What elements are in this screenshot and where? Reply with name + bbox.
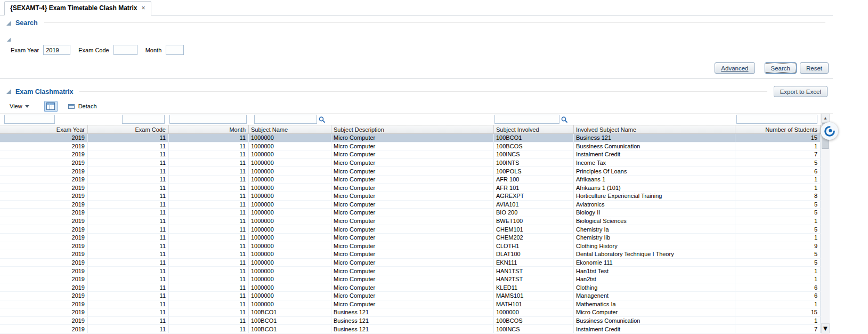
exam-clashmatrix-panel: Exam Clashmatrix Export to Excel View	[0, 81, 833, 333]
table-row[interactable]: 2019 11 11 1000000 Micro Computer CHEM10…	[0, 225, 821, 234]
table-row[interactable]: 2019 11 11 100BCO1 Business 121 100INCS …	[0, 325, 821, 333]
cell-subject-name: 1000000	[249, 142, 331, 150]
clash-matrix-table: Exam Year Exam Code Month Subject Name S…	[0, 114, 830, 333]
cell-number-of-students: 6	[735, 292, 821, 300]
reset-button[interactable]: Reset	[800, 62, 829, 74]
cell-subject-name: 1000000	[249, 234, 331, 242]
detach-button[interactable]: Detach	[65, 102, 99, 111]
table-row[interactable]: 2019 11 11 1000000 Micro Computer EKN111…	[0, 259, 821, 267]
cell-month: 11	[169, 176, 249, 184]
cell-subject-description: Micro Computer	[331, 209, 494, 217]
export-to-excel-button[interactable]: Export to Excel	[774, 86, 828, 97]
cell-exam-code: 11	[88, 283, 169, 291]
table-row[interactable]: 2019 11 11 1000000 Micro Computer MAMS10…	[0, 292, 821, 300]
filter-exam-code-input[interactable]	[122, 115, 165, 124]
table-row[interactable]: 2019 11 11 1000000 Micro Computer HAN2TS…	[0, 275, 821, 284]
cell-subject-name: 1000000	[249, 217, 331, 225]
filter-month-input[interactable]	[169, 115, 247, 124]
search-icon[interactable]	[561, 116, 568, 123]
table-row[interactable]: 2019 11 11 1000000 Micro Computer 100POL…	[0, 167, 821, 176]
cell-involved-subject-name: Income Tax	[574, 159, 735, 167]
cell-number-of-students: 1	[735, 184, 821, 192]
filter-number-of-students-input[interactable]	[736, 115, 817, 124]
view-menu-button[interactable]: View	[5, 101, 34, 111]
cell-involved-subject-name: Biological Sciences	[574, 217, 735, 225]
scroll-up-icon[interactable]: ▲	[821, 114, 830, 123]
exam-year-input[interactable]	[43, 45, 70, 55]
table-row[interactable]: 2019 11 11 1000000 Micro Computer 100BCO…	[0, 134, 821, 142]
tab-exam-timetable-clash-matrix[interactable]: {SEXAMT-4} Exam Timetable Clash Matrix ×	[4, 1, 151, 15]
cell-exam-year: 2019	[0, 134, 88, 142]
cell-subject-description: Micro Computer	[331, 292, 494, 300]
filter-exam-year-input[interactable]	[4, 115, 55, 124]
cell-subject-name: 1000000	[249, 250, 331, 258]
table-row[interactable]: 2019 11 11 1000000 Micro Computer AFR 10…	[0, 176, 821, 184]
cell-involved-subject-name: Bussiness Comunication	[574, 142, 735, 150]
cell-month: 11	[169, 201, 249, 209]
cell-month: 11	[169, 308, 249, 316]
table-row[interactable]: 2019 11 11 100BCO1 Business 121 100BCOS …	[0, 317, 821, 325]
column-header-exam-code[interactable]: Exam Code	[88, 125, 169, 133]
table-row[interactable]: 2019 11 11 1000000 Micro Computer MATH10…	[0, 300, 821, 309]
cell-exam-year: 2019	[0, 225, 88, 233]
search-button[interactable]: Search	[765, 62, 797, 74]
cell-number-of-students: 5	[735, 209, 821, 217]
cell-subject-name: 1000000	[249, 150, 331, 158]
search-icon[interactable]	[318, 116, 326, 123]
table-row[interactable]: 2019 11 11 100BCO1 Business 121 1000000 …	[0, 308, 821, 317]
cell-exam-year: 2019	[0, 275, 88, 283]
table-row[interactable]: 2019 11 11 1000000 Micro Computer 100BCO…	[0, 142, 821, 151]
search-buttons-row: Advanced Search Reset	[0, 56, 833, 75]
scroll-down-icon[interactable]: ▼	[821, 323, 830, 333]
table-row[interactable]: 2019 11 11 1000000 Micro Computer 100INT…	[0, 159, 821, 168]
month-input[interactable]	[166, 45, 184, 55]
table-row[interactable]: 2019 11 11 1000000 Micro Computer AGREXP…	[0, 192, 821, 201]
filter-subject-involved-input[interactable]	[494, 115, 559, 124]
cell-subject-description: Micro Computer	[331, 283, 494, 291]
cell-subject-involved: AFR 100	[494, 176, 574, 184]
column-header-involved-subject-name[interactable]: Involved Subject Name	[574, 125, 735, 133]
cell-subject-involved: 1000000	[494, 308, 574, 316]
cell-subject-involved: 100BCOS	[494, 317, 574, 325]
cell-subject-description: Micro Computer	[331, 184, 494, 192]
cell-exam-code: 11	[88, 184, 169, 192]
tab-close-icon[interactable]: ×	[142, 5, 145, 11]
table-row[interactable]: 2019 11 11 1000000 Micro Computer BIO 20…	[0, 209, 821, 217]
cell-exam-code: 11	[88, 300, 169, 308]
table-row[interactable]: 2019 11 11 1000000 Micro Computer DLAT10…	[0, 250, 821, 259]
cell-exam-year: 2019	[0, 242, 88, 250]
table-row[interactable]: 2019 11 11 1000000 Micro Computer CHEM20…	[0, 234, 821, 242]
floating-widget[interactable]	[821, 122, 838, 140]
cell-involved-subject-name: Bussiness Comunication	[574, 317, 735, 325]
table-row[interactable]: 2019 11 11 1000000 Micro Computer HAN1TS…	[0, 267, 821, 275]
table-row[interactable]: 2019 11 11 1000000 Micro Computer AVIA10…	[0, 201, 821, 209]
column-header-month[interactable]: Month	[169, 125, 249, 133]
table-row[interactable]: 2019 11 11 1000000 Micro Computer BWET10…	[0, 217, 821, 226]
column-header-subject-involved[interactable]: Subject Involved	[494, 125, 574, 133]
column-header-number-of-students[interactable]: Number of Students	[735, 125, 821, 133]
filter-subject-name-input[interactable]	[254, 115, 317, 124]
column-header-exam-year[interactable]: Exam Year	[0, 125, 88, 133]
advanced-button[interactable]: Advanced	[715, 62, 755, 74]
scrollbar-track[interactable]	[821, 149, 830, 323]
column-header-subject-description[interactable]: Subject Description	[331, 125, 494, 133]
cell-month: 11	[169, 142, 249, 150]
tab-bar: {SEXAMT-4} Exam Timetable Clash Matrix ×	[0, 0, 833, 15]
search-header-rule	[44, 22, 825, 23]
table-row[interactable]: 2019 11 11 1000000 Micro Computer CLOTH1…	[0, 242, 821, 251]
clashmatrix-disclosure-icon[interactable]	[6, 89, 11, 94]
table-row[interactable]: 2019 11 11 1000000 Micro Computer 100INC…	[0, 150, 821, 159]
table-row[interactable]: 2019 11 11 1000000 Micro Computer AFR 10…	[0, 184, 821, 192]
cell-subject-description: Micro Computer	[331, 159, 494, 167]
column-header-subject-name[interactable]: Subject Name	[249, 125, 331, 133]
vertical-scrollbar[interactable]: ▲ ▼	[821, 114, 830, 333]
table-row[interactable]: 2019 11 11 1000000 Micro Computer KLED11…	[0, 283, 821, 292]
cell-involved-subject-name: Afrikaans 1	[574, 176, 735, 184]
search-inner-disclosure-icon[interactable]	[7, 31, 11, 42]
cell-involved-subject-name: Han2tst	[574, 275, 735, 283]
cell-subject-description: Micro Computer	[331, 300, 494, 308]
search-disclosure-icon[interactable]	[6, 21, 11, 26]
grid-view-toggle-button[interactable]	[44, 101, 58, 112]
exam-code-input[interactable]	[113, 45, 137, 55]
cell-exam-year: 2019	[0, 159, 88, 167]
